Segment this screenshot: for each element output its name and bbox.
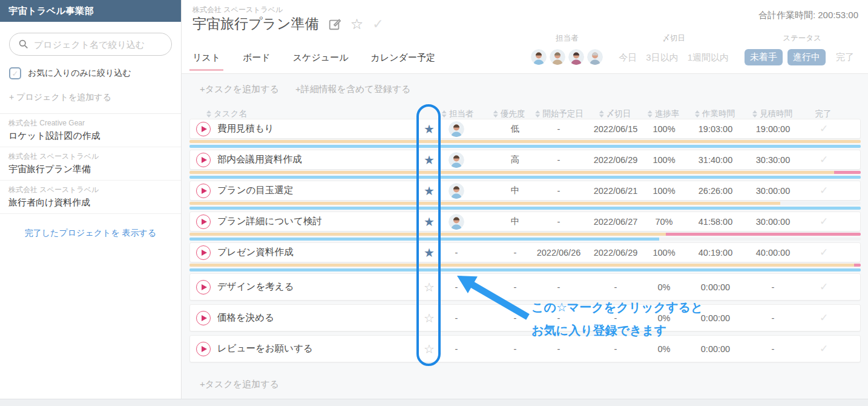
sort-icon <box>206 110 211 118</box>
favorite-star-icon[interactable]: ★ <box>424 154 435 166</box>
play-timer-button[interactable] <box>196 342 211 356</box>
play-timer-button[interactable] <box>196 184 211 198</box>
assignee-avatar <box>449 183 464 199</box>
task-card[interactable]: デザインを考える ☆ - - - - 0% 0:00:00 - ✓ <box>189 273 861 301</box>
estimate-time-cell: 30:00:00 <box>756 181 790 200</box>
play-timer-button[interactable] <box>196 245 211 260</box>
team-name: 宇宙トラベル事業部 <box>8 5 94 17</box>
complete-check-icon[interactable]: ✓ <box>820 311 828 324</box>
play-timer-button[interactable] <box>196 280 211 295</box>
complete-project-check-icon[interactable]: ✓ <box>372 18 383 31</box>
task-card[interactable]: プランの目玉選定 ★ - 中 - 2022/06/21 100% 26:26:0… <box>189 181 861 201</box>
favorite-star-icon[interactable]: ★ <box>424 216 435 228</box>
sidebar-item-project[interactable]: 株式会社 スペーストラベル 宇宙旅行プラン準備 <box>0 147 181 181</box>
assignee-avatar[interactable] <box>587 49 603 65</box>
tab-list[interactable]: リスト <box>192 52 220 71</box>
complete-check-icon[interactable]: ✓ <box>820 122 828 135</box>
project-company-label: 株式会社 スペーストラベル <box>192 5 283 15</box>
status-pill-not-started[interactable]: 未着手 <box>745 49 783 65</box>
show-completed-projects-link[interactable]: 完了したプロジェクトを 表示する <box>0 228 181 239</box>
sidebar-item-project[interactable]: 株式会社 スペーストラベル 旅行者向け資料作成 <box>0 181 181 214</box>
favorite-star-icon[interactable]: ☆ <box>424 281 435 293</box>
work-vs-estimate-bar <box>189 264 861 267</box>
task-card[interactable]: 部内会議用資料作成 ★ - 高 - 2022/06/29 100% 31:40:… <box>189 150 861 170</box>
add-project-button[interactable]: + プロジェクトを追加する <box>9 92 172 103</box>
task-card[interactable]: 価格を決める ☆ - - - - 0% 0:00:00 - ✓ <box>189 304 861 331</box>
sort-icon <box>442 110 447 118</box>
sort-icon <box>752 110 757 118</box>
task-card[interactable]: 費用見積もり ★ - 低 - 2022/06/15 100% 19:03:00 … <box>189 119 861 139</box>
assignee-avatar[interactable] <box>568 49 584 65</box>
favorite-star-icon[interactable]: ★ <box>424 185 435 197</box>
assignee-cell: - <box>449 212 464 231</box>
status-pill-in-progress[interactable]: 進行中 <box>787 49 826 65</box>
complete-check-icon[interactable]: ✓ <box>820 342 828 355</box>
column-header-start-date[interactable]: 開始予定日 <box>535 108 584 119</box>
project-search-input[interactable] <box>9 33 172 56</box>
column-header-progress[interactable]: 進捗率 <box>648 108 680 119</box>
favorites-checkbox[interactable]: ✓ <box>9 67 21 79</box>
project-search <box>9 33 172 56</box>
project-company: 株式会社 Creative Gear <box>8 118 173 128</box>
due-date-cell: 2022/06/29 <box>594 150 638 169</box>
priority-cell: - <box>514 305 517 331</box>
task-name: デザインを考える <box>217 274 294 300</box>
favorite-star-icon[interactable]: ★ <box>424 247 435 259</box>
assignee-avatar[interactable] <box>550 49 565 65</box>
progress-cell: 0% <box>658 274 671 300</box>
column-header-due-date[interactable]: 〆切日 <box>599 108 631 119</box>
add-task-with-details-button[interactable]: +詳細情報を含めて登録する <box>295 84 411 95</box>
add-task-button[interactable]: +タスクを追加する <box>200 84 279 95</box>
play-icon <box>202 284 207 290</box>
play-timer-button[interactable] <box>196 153 211 167</box>
tab-board[interactable]: ボード <box>243 52 271 71</box>
work-vs-estimate-bar <box>189 233 861 236</box>
status-pill-done[interactable]: 完了 <box>830 49 860 65</box>
assignee-cell: - <box>449 150 464 169</box>
time-progress-bars <box>189 264 861 271</box>
column-header-task-name[interactable]: タスク名 <box>206 108 247 119</box>
priority-cell: - <box>514 336 517 362</box>
task-card[interactable]: レビューをお願いする ☆ - - - - 0% 0:00:00 - ✓ <box>189 335 861 362</box>
view-tabs: リスト ボード スケジュール カレンダー予定 <box>192 52 435 71</box>
play-timer-button[interactable] <box>196 311 211 325</box>
complete-check-icon[interactable]: ✓ <box>820 184 828 197</box>
tab-calendar[interactable]: カレンダー予定 <box>371 52 435 71</box>
complete-check-icon[interactable]: ✓ <box>820 153 828 166</box>
estimate-time-cell: - <box>772 274 775 300</box>
column-header-estimate-time[interactable]: 見積時間 <box>752 108 792 119</box>
favorite-project-star-icon[interactable]: ☆ <box>350 17 364 32</box>
add-task-bottom-button[interactable]: +タスクを追加する <box>200 379 279 390</box>
task-card[interactable]: プラン詳細について検討 ★ - 中 - 2022/06/27 70% 41:58… <box>189 211 861 231</box>
favorite-star-icon[interactable]: ☆ <box>424 312 435 324</box>
due-date-cell: - <box>614 274 617 300</box>
deadline-filter-group: 〆切日 今日 3日以内 1週間以内 <box>619 33 729 64</box>
edit-icon[interactable] <box>328 18 341 31</box>
progress-bar <box>189 176 861 179</box>
deadline-option-3days[interactable]: 3日以内 <box>646 52 678 64</box>
complete-check-icon[interactable]: ✓ <box>820 281 828 293</box>
due-date-cell: 2022/06/15 <box>594 119 638 138</box>
table-row: デザインを考える ☆ - - - - 0% 0:00:00 - ✓ <box>189 273 861 304</box>
column-header-work-time[interactable]: 作業時間 <box>695 108 735 119</box>
column-header-assignee[interactable]: 担当者 <box>442 108 474 119</box>
play-timer-button[interactable] <box>196 215 211 229</box>
filter-bar: 担当者 〆切日 今日 3日以内 1週間以内 ステータス 未着手 進行中 完了 <box>531 33 860 65</box>
sidebar-item-project[interactable]: 株式会社 Creative Gear ロケット設計図の作成 <box>0 114 181 147</box>
favorite-star-icon[interactable]: ☆ <box>424 343 435 355</box>
favorite-star-icon[interactable]: ★ <box>424 123 435 135</box>
assignee-avatar <box>449 152 464 168</box>
deadline-option-1week[interactable]: 1週間以内 <box>688 52 729 64</box>
task-name: 部内会議用資料作成 <box>217 150 302 169</box>
complete-check-icon[interactable]: ✓ <box>820 215 828 228</box>
deadline-option-today[interactable]: 今日 <box>619 52 637 64</box>
favorites-only-filter[interactable]: ✓ お気に入りのみに絞り込む <box>9 67 172 79</box>
column-header-priority[interactable]: 優先度 <box>493 108 525 119</box>
sort-icon <box>695 110 700 118</box>
task-card[interactable]: プレゼン資料作成 ★ - - 2022/06/26 2022/06/29 100… <box>189 242 861 262</box>
complete-check-icon[interactable]: ✓ <box>820 246 828 259</box>
tab-schedule[interactable]: スケジュール <box>293 52 349 71</box>
assignee-avatar[interactable] <box>531 49 547 65</box>
play-timer-button[interactable] <box>196 122 211 136</box>
status-filter-group: ステータス 未着手 進行中 完了 <box>745 33 860 65</box>
